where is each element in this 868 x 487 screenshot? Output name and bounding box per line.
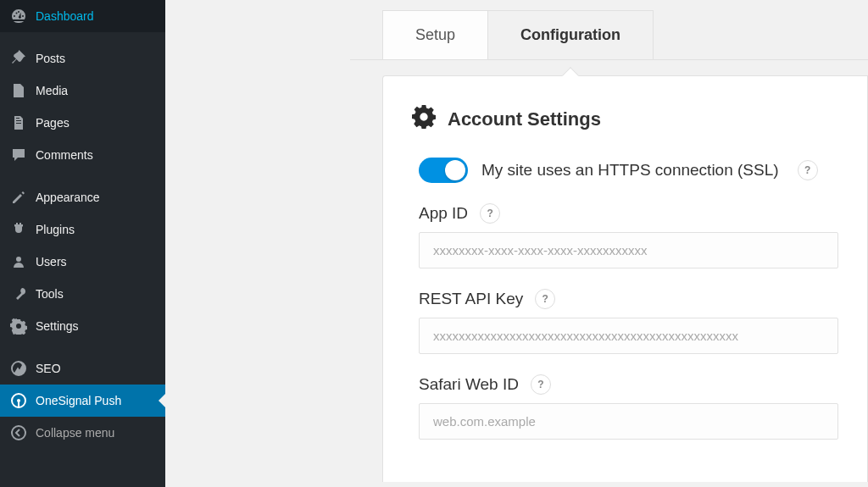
ssl-row: My site uses an HTTPS connection (SSL) ? (419, 158, 838, 183)
sidebar-label: Appearance (36, 191, 100, 204)
sidebar-label: Media (36, 84, 68, 97)
content-area: Setup Configuration Account Settings My … (165, 0, 868, 487)
sidebar-item-pages[interactable]: Pages (0, 107, 165, 139)
tab-setup[interactable]: Setup (383, 11, 488, 59)
gear-icon (412, 105, 436, 134)
sidebar-item-comments[interactable]: Comments (0, 139, 165, 171)
seo-icon (10, 360, 27, 377)
sidebar-label: Plugins (36, 223, 75, 236)
ssl-toggle[interactable] (419, 158, 468, 183)
media-icon (10, 82, 27, 99)
sidebar-label: Comments (36, 148, 93, 162)
sidebar-item-dashboard[interactable]: Dashboard (0, 0, 165, 32)
sidebar-label: Tools (36, 287, 64, 301)
help-icon[interactable]: ? (531, 374, 551, 395)
sidebar-label: SEO (36, 362, 61, 375)
help-icon[interactable]: ? (480, 203, 500, 224)
settings-panel: Account Settings My site uses an HTTPS c… (382, 75, 868, 482)
sidebar-item-appearance[interactable]: Appearance (0, 181, 165, 213)
tab-nav: Setup Configuration (382, 10, 654, 59)
label-text: Safari Web ID (419, 375, 519, 394)
users-icon (10, 253, 27, 270)
admin-sidebar: Dashboard Posts Media Pages Comments App… (0, 0, 165, 487)
pin-icon (10, 50, 27, 67)
safari-input[interactable] (419, 403, 838, 440)
rest-api-label: REST API Key ? (419, 289, 838, 309)
safari-label: Safari Web ID ? (419, 374, 838, 395)
pages-icon (10, 114, 27, 131)
svg-point-2 (12, 426, 25, 440)
sidebar-item-collapse[interactable]: Collapse menu (0, 417, 165, 449)
help-icon[interactable]: ? (798, 160, 818, 180)
settings-icon (10, 318, 27, 335)
sidebar-label: OneSignal Push (36, 394, 121, 407)
tools-icon (10, 285, 27, 302)
sidebar-item-seo[interactable]: SEO (0, 352, 165, 385)
collapse-icon (10, 424, 27, 441)
sidebar-item-plugins[interactable]: Plugins (0, 213, 165, 246)
onesignal-icon (10, 392, 27, 409)
plugins-icon (10, 221, 27, 238)
sidebar-label: Posts (36, 52, 65, 65)
dashboard-icon (10, 8, 27, 25)
section-title: Account Settings (412, 105, 838, 134)
app-id-label: App ID ? (419, 203, 838, 224)
sidebar-item-media[interactable]: Media (0, 75, 165, 107)
label-text: REST API Key (419, 290, 523, 308)
label-text: App ID (419, 204, 468, 223)
sidebar-label: Settings (36, 319, 79, 333)
sidebar-item-tools[interactable]: Tools (0, 278, 165, 310)
sidebar-label: Users (36, 255, 67, 268)
sidebar-item-settings[interactable]: Settings (0, 310, 165, 342)
app-id-input[interactable] (419, 232, 838, 268)
sidebar-label: Collapse menu (36, 426, 114, 440)
sidebar-label: Pages (36, 116, 70, 130)
tab-configuration[interactable]: Configuration (488, 11, 653, 59)
sidebar-item-onesignal-push[interactable]: OneSignal Push (0, 385, 165, 417)
tab-label: Configuration (520, 26, 620, 43)
rest-api-input[interactable] (419, 318, 838, 354)
sidebar-label: Dashboard (36, 9, 94, 23)
ssl-toggle-label: My site uses an HTTPS connection (SSL) (481, 161, 779, 180)
appearance-icon (10, 189, 27, 206)
comments-icon (10, 147, 27, 163)
sidebar-item-posts[interactable]: Posts (0, 42, 165, 75)
sidebar-item-users[interactable]: Users (0, 246, 165, 278)
help-icon[interactable]: ? (535, 289, 555, 309)
svg-point-1 (17, 399, 20, 402)
section-title-text: Account Settings (448, 108, 601, 130)
